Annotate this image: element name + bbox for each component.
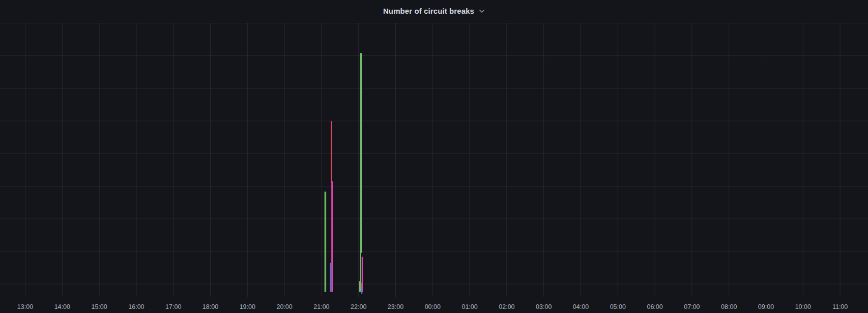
x-axis-label: 18:00 (202, 303, 218, 310)
x-axis-label: 00:00 (425, 303, 441, 310)
chevron-down-icon (479, 9, 485, 13)
grafana-panel: Number of circuit breaks 13:0014:0015:00… (0, 0, 868, 313)
x-axis-label: 15:00 (91, 303, 107, 310)
series-line-red (331, 121, 332, 182)
x-axis-label: 06:00 (647, 303, 662, 310)
x-axis-label: 16:00 (128, 303, 144, 310)
x-axis-label: 14:00 (54, 303, 70, 310)
series-line-magenta (332, 182, 332, 292)
x-axis-label: 05:00 (610, 303, 626, 310)
x-axis-label: 13:00 (17, 303, 33, 310)
x-axis-label: 10:00 (795, 303, 811, 310)
x-axis-label: 21:00 (313, 303, 329, 310)
x-axis-label: 08:00 (721, 303, 737, 310)
x-axis-label: 23:00 (388, 303, 403, 310)
series-line-blue (330, 263, 331, 292)
chart-canvas[interactable]: 13:0014:0015:0016:0017:0018:0019:0020:00… (0, 0, 868, 313)
panel-header: Number of circuit breaks (0, 0, 868, 21)
x-axis-label: 04:00 (573, 303, 589, 310)
x-axis-label: 22:00 (351, 303, 366, 310)
series-line-magenta (362, 257, 363, 292)
x-axis-label: 09:00 (758, 303, 774, 310)
x-axis-label: 11:00 (832, 303, 848, 310)
x-axis-label: 07:00 (684, 303, 700, 310)
x-axis-label: 03:00 (536, 303, 552, 310)
x-axis-label: 01:00 (461, 303, 477, 310)
x-axis-label: 20:00 (276, 303, 292, 310)
series-line-green (361, 53, 362, 292)
x-axis-label: 19:00 (240, 303, 255, 310)
x-axis-label: 02:00 (499, 303, 514, 310)
panel-title: Number of circuit breaks (383, 7, 474, 15)
series-line-green (325, 192, 326, 292)
panel-title-menu[interactable]: Number of circuit breaks (380, 5, 488, 17)
x-axis-label: 17:00 (165, 303, 181, 310)
